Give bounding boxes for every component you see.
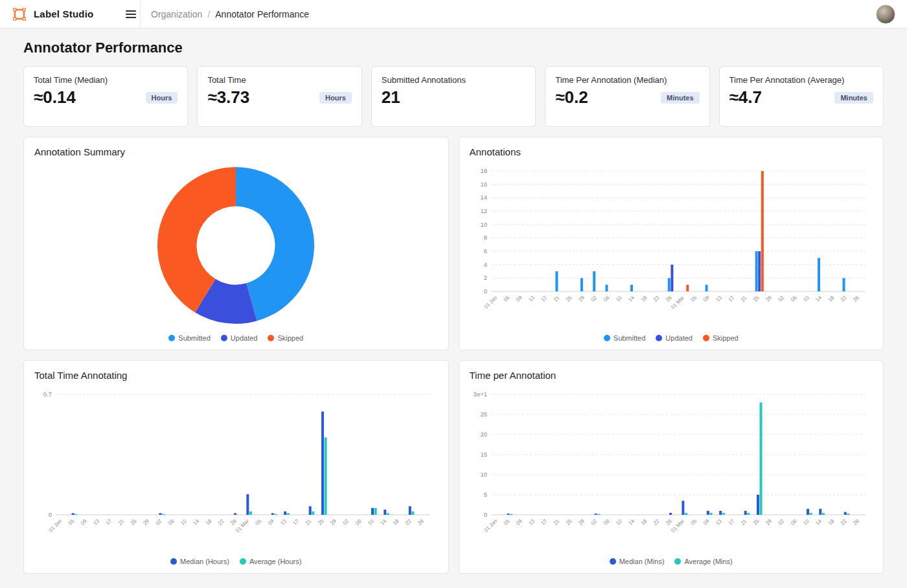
- svg-text:09: 09: [702, 517, 711, 526]
- app-name: Label Studio: [34, 8, 93, 19]
- svg-text:06: 06: [790, 294, 798, 302]
- svg-text:18: 18: [827, 517, 835, 526]
- svg-text:20: 20: [480, 431, 487, 438]
- breadcrumb-separator: /: [207, 9, 210, 19]
- svg-text:02: 02: [777, 294, 785, 302]
- legend-item[interactable]: Average (Mins): [674, 558, 732, 565]
- top-bar: Label Studio Organization / Annotator Pe…: [0, 0, 907, 28]
- svg-text:21: 21: [739, 294, 748, 302]
- svg-text:22: 22: [652, 294, 661, 302]
- panel-title: Annotations: [470, 146, 873, 157]
- svg-text:29: 29: [764, 517, 773, 526]
- svg-text:06: 06: [603, 517, 611, 526]
- legend-item[interactable]: Median (Mins): [610, 558, 665, 565]
- svg-text:09: 09: [515, 294, 523, 302]
- svg-text:13: 13: [527, 294, 536, 302]
- legend-label: Submitted: [614, 334, 646, 342]
- legend-item[interactable]: Updated: [656, 334, 693, 342]
- legend-item[interactable]: Median (Hours): [170, 558, 229, 565]
- user-avatar[interactable]: [876, 5, 895, 24]
- main-content: Annotator Performance Total Time (Median…: [0, 40, 907, 588]
- svg-text:02: 02: [342, 517, 350, 526]
- legend-label: Average (Mins): [684, 558, 732, 565]
- legend-label: Submitted: [178, 334, 211, 342]
- time-per-annotation-bar-chart: 05101520253e+101 Jan05091317212529020610…: [470, 388, 872, 550]
- svg-text:3e+1: 3e+1: [473, 390, 487, 398]
- svg-text:13: 13: [279, 517, 288, 526]
- svg-text:10: 10: [615, 294, 623, 302]
- page-title: Annotator Performance: [23, 40, 884, 56]
- svg-text:0: 0: [483, 288, 487, 295]
- stat-card-label: Time Per Annotation (Median): [555, 75, 699, 85]
- breadcrumb-current-page: Annotator Performance: [215, 9, 309, 19]
- legend-item[interactable]: Skipped: [703, 334, 739, 342]
- svg-text:17: 17: [727, 517, 735, 526]
- svg-text:6: 6: [483, 247, 487, 254]
- svg-text:26: 26: [852, 294, 860, 302]
- svg-text:17: 17: [292, 517, 301, 526]
- svg-text:02: 02: [777, 517, 785, 526]
- svg-text:01 Mar: 01 Mar: [235, 517, 250, 533]
- legend-item[interactable]: Average (Hours): [240, 558, 302, 565]
- legend-label: Median (Hours): [180, 558, 229, 565]
- svg-text:29: 29: [764, 294, 773, 302]
- legend-item[interactable]: Submitted: [604, 334, 646, 342]
- svg-text:14: 14: [814, 294, 823, 302]
- svg-text:21: 21: [304, 517, 313, 526]
- svg-text:13: 13: [715, 517, 723, 526]
- svg-text:14: 14: [380, 517, 388, 526]
- svg-text:05: 05: [502, 517, 511, 526]
- svg-text:22: 22: [404, 517, 413, 526]
- svg-text:06: 06: [354, 517, 363, 526]
- legend-dot-icon: [703, 335, 709, 341]
- hamburger-icon: [126, 10, 136, 12]
- legend-dot-icon: [221, 335, 227, 341]
- svg-text:8: 8: [483, 234, 487, 241]
- stat-card-time-per-annotation-average: Time Per Annotation (Average) ≈4.7 Minut…: [719, 66, 884, 127]
- svg-text:29: 29: [577, 294, 586, 302]
- legend-dot-icon: [168, 335, 175, 341]
- svg-text:26: 26: [665, 517, 673, 526]
- svg-text:26: 26: [665, 294, 673, 302]
- stat-card-value: ≈3.73: [207, 87, 249, 107]
- stat-card-value: ≈4.7: [729, 87, 762, 107]
- svg-text:01 Mar: 01 Mar: [670, 517, 685, 533]
- svg-text:21: 21: [117, 517, 126, 526]
- svg-text:25: 25: [565, 517, 573, 526]
- legend-item[interactable]: Skipped: [268, 334, 303, 342]
- legend-item[interactable]: Updated: [221, 334, 258, 342]
- svg-text:18: 18: [392, 517, 400, 526]
- svg-text:13: 13: [92, 517, 100, 526]
- svg-text:25: 25: [752, 294, 761, 302]
- panel-title: Total Time Annotating: [34, 370, 438, 381]
- panel-annotations: Annotations 02468101214161801 Jan0509131…: [459, 137, 884, 350]
- svg-text:01 Mar: 01 Mar: [670, 294, 685, 310]
- svg-text:06: 06: [603, 294, 611, 302]
- svg-text:05: 05: [689, 517, 698, 526]
- brand: Label Studio: [12, 6, 139, 22]
- menu-toggle-button[interactable]: [123, 8, 139, 21]
- legend-item[interactable]: Submitted: [168, 334, 211, 342]
- stat-card-total-time-median: Total Time (Median) ≈0.14 Hours: [23, 66, 188, 127]
- stat-card-label: Total Time: [207, 75, 351, 85]
- header-divider: [140, 0, 141, 28]
- svg-text:25: 25: [317, 517, 325, 526]
- chart-legend: SubmittedUpdatedSkipped: [34, 332, 438, 343]
- stat-card-submitted-annotations: Submitted Annotations 21: [371, 66, 536, 127]
- svg-text:06: 06: [790, 517, 798, 526]
- svg-text:10: 10: [367, 517, 375, 526]
- svg-text:09: 09: [515, 517, 523, 526]
- svg-text:25: 25: [130, 517, 138, 526]
- chart-legend: SubmittedUpdatedSkipped: [470, 332, 873, 343]
- stat-card-value: ≈0.14: [34, 87, 76, 107]
- svg-text:21: 21: [739, 517, 748, 526]
- breadcrumb-organization[interactable]: Organization: [151, 9, 202, 19]
- charts-row-1: Annotation Summary SubmittedUpdatedSkipp…: [23, 137, 884, 350]
- svg-text:0: 0: [483, 511, 487, 518]
- svg-text:17: 17: [540, 294, 548, 302]
- svg-text:05: 05: [255, 517, 263, 526]
- svg-text:13: 13: [527, 517, 536, 526]
- legend-dot-icon: [610, 558, 616, 565]
- svg-text:29: 29: [577, 517, 586, 526]
- svg-text:14: 14: [814, 517, 823, 526]
